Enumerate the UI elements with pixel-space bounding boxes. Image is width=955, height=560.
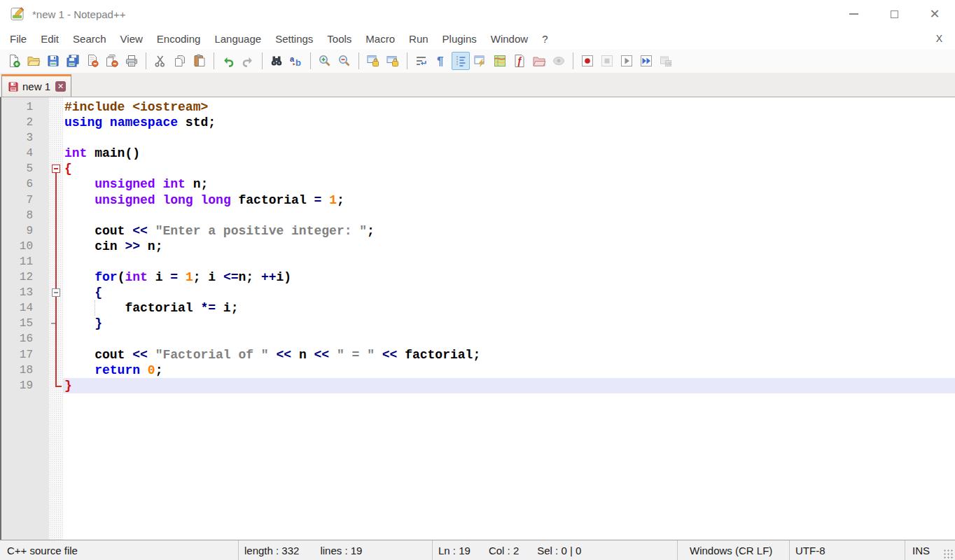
undo-icon[interactable] [219, 52, 237, 70]
code-line-11[interactable] [63, 254, 955, 270]
menu-item-help[interactable]: ? [535, 31, 555, 47]
macro-record-icon[interactable] [578, 52, 597, 70]
function-list-icon[interactable] [471, 52, 489, 70]
menu-item-run[interactable]: Run [402, 31, 435, 47]
line-number: 15 [1, 316, 49, 331]
cut-icon[interactable] [151, 52, 169, 70]
menu-item-view[interactable]: View [113, 31, 150, 47]
code-line-7[interactable]: unsigned long long factorial = 1; [63, 192, 955, 208]
unsaved-file-icon [8, 81, 19, 92]
document-map-icon[interactable] [491, 52, 509, 70]
line-number: 12 [1, 270, 49, 285]
fold-margin-cell [49, 223, 63, 239]
code-line-16[interactable] [63, 331, 955, 346]
notepad-plus-plus-logo-icon [10, 6, 25, 22]
column-position-label: Col : 2 [489, 545, 519, 556]
macro-run-multiple-icon[interactable] [637, 52, 655, 70]
svg-text:UE: UE [667, 62, 672, 66]
code-line-9[interactable]: cout << "Enter a positive integer: "; [63, 223, 955, 239]
code-line-10[interactable]: cin >> n; [63, 239, 955, 254]
folder-as-workspace-icon[interactable] [530, 52, 548, 70]
code-line-17[interactable]: cout << "Factorial of " << n << " = " <<… [63, 347, 955, 363]
resize-grip[interactable] [942, 548, 954, 559]
new-file-icon[interactable] [5, 52, 23, 70]
code-line-4[interactable]: int main() [63, 146, 955, 161]
menu-item-file[interactable]: File [3, 31, 34, 47]
menu-close-button[interactable]: X [932, 31, 947, 46]
menu-item-macro[interactable]: Macro [358, 31, 402, 47]
save-all-icon[interactable] [64, 52, 82, 70]
menu-item-plugins[interactable]: Plugins [435, 31, 484, 47]
macro-stop-icon [598, 52, 616, 70]
tab-new-1[interactable]: new 1 ✕ [1, 74, 71, 97]
svg-text:a: a [290, 55, 295, 63]
toolbar-separator [146, 52, 146, 69]
code-line-2[interactable]: using namespace std; [63, 115, 955, 130]
fold-collapse-icon[interactable] [52, 288, 60, 297]
menu-item-encoding[interactable]: Encoding [150, 31, 208, 47]
tab-close-icon[interactable]: ✕ [55, 81, 66, 92]
macro-play-icon[interactable] [618, 52, 636, 70]
code-line-13[interactable]: { [63, 285, 955, 300]
code-line-15[interactable]: } [63, 316, 955, 331]
menu-item-window[interactable]: Window [484, 31, 535, 47]
fold-margin-cell [49, 192, 63, 208]
line-number: 17 [1, 347, 49, 363]
open-file-icon[interactable] [25, 52, 43, 70]
sync-vertical-scroll-icon[interactable] [364, 52, 382, 70]
macro-save-icon: UE [657, 52, 675, 70]
zoom-out-icon[interactable] [335, 52, 354, 70]
line-number: 19 [1, 378, 49, 393]
fold-margin-cell [49, 254, 63, 270]
sync-horizontal-scroll-icon[interactable] [384, 52, 402, 70]
copy-icon[interactable] [171, 52, 189, 70]
code-line-1[interactable]: #include <iostream> [63, 99, 955, 115]
code-line-12[interactable]: for(int i = 1; i <=n; ++i) [63, 270, 955, 285]
line-number: 16 [1, 331, 49, 346]
paste-icon[interactable] [190, 52, 209, 70]
code-line-5[interactable]: { [63, 161, 955, 176]
line-number: 13 [1, 285, 49, 300]
code-line-8[interactable] [63, 208, 955, 223]
insert-mode-label[interactable]: INS [912, 545, 930, 556]
menu-item-language[interactable]: Language [207, 31, 268, 47]
editor-area[interactable]: 12345678910111213141516171819 #include <… [0, 97, 955, 540]
selection-label: Sel : 0 | 0 [537, 545, 581, 556]
toolbar-separator [214, 52, 214, 69]
maximize-button[interactable] [874, 0, 914, 28]
toolbar: ab¶ƒUE [0, 49, 955, 73]
toolbar-separator [358, 52, 359, 69]
close-file-icon[interactable] [83, 52, 102, 70]
document-list-icon[interactable]: ƒ [510, 52, 529, 70]
fold-collapse-icon[interactable] [52, 164, 60, 173]
code-line-14[interactable]: factorial *= i; [63, 300, 955, 316]
word-wrap-icon[interactable] [412, 52, 431, 70]
close-all-icon[interactable] [103, 52, 121, 70]
redo-icon[interactable] [239, 52, 257, 70]
title-bar: *new 1 - Notepad++ ✕ [0, 0, 955, 28]
close-button[interactable]: ✕ [914, 0, 955, 28]
code-line-3[interactable] [63, 130, 955, 146]
minimize-button[interactable] [833, 0, 874, 28]
menu-item-tools[interactable]: Tools [320, 31, 358, 47]
code-line-19[interactable]: } [63, 378, 955, 393]
replace-icon[interactable]: ab [287, 52, 305, 70]
print-icon[interactable] [123, 52, 141, 70]
show-indent-guide-icon[interactable] [452, 52, 470, 70]
save-file-icon[interactable] [44, 52, 62, 70]
eol-format-label[interactable]: Windows (CR LF) [690, 545, 772, 556]
code-line-6[interactable]: unsigned int n; [63, 176, 955, 192]
fold-margin-cell [49, 176, 63, 192]
menu-item-edit[interactable]: Edit [34, 31, 66, 47]
menu-item-settings[interactable]: Settings [268, 31, 320, 47]
code-line-18[interactable]: return 0; [63, 363, 955, 378]
line-number: 8 [1, 208, 49, 223]
line-number-margin: 12345678910111213141516171819 [1, 97, 49, 540]
zoom-in-icon[interactable] [316, 52, 334, 70]
show-all-characters-icon[interactable]: ¶ [432, 52, 450, 70]
encoding-label[interactable]: UTF-8 [795, 545, 825, 556]
menu-item-search[interactable]: Search [66, 31, 113, 47]
find-icon[interactable] [267, 52, 286, 70]
line-position-label: Ln : 19 [438, 545, 470, 556]
code-area[interactable]: #include <iostream>using namespace std;i… [63, 97, 955, 540]
